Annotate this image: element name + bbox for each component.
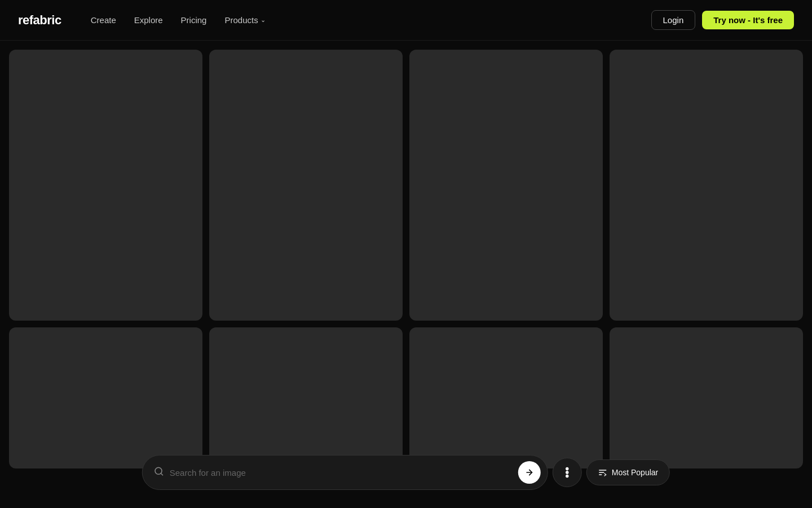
- nav-products[interactable]: Products ⌄: [218, 12, 272, 28]
- grid-item-8[interactable]: [610, 327, 803, 468]
- search-submit-button[interactable]: [518, 461, 541, 484]
- main-nav: Create Explore Pricing Products ⌄: [84, 12, 272, 28]
- header-left: refabric Create Explore Pricing Products…: [18, 12, 272, 28]
- nav-create[interactable]: Create: [84, 12, 123, 28]
- chevron-down-icon: ⌄: [261, 16, 266, 24]
- search-bar-container: Most Popular: [142, 455, 670, 490]
- grid-item-3[interactable]: [409, 50, 603, 321]
- login-button[interactable]: Login: [651, 10, 696, 30]
- header: refabric Create Explore Pricing Products…: [0, 0, 812, 41]
- grid-item-7[interactable]: [409, 327, 603, 468]
- try-now-button[interactable]: Try now - It's free: [702, 11, 794, 29]
- search-input[interactable]: [170, 468, 513, 478]
- sort-button[interactable]: Most Popular: [586, 459, 670, 485]
- search-icon: [154, 466, 164, 479]
- grid-item-1[interactable]: [9, 50, 202, 321]
- grid-item-4[interactable]: [610, 50, 803, 321]
- main-content: [0, 41, 812, 478]
- header-right: Login Try now - It's free: [651, 10, 794, 30]
- svg-line-1: [161, 473, 162, 475]
- filter-button[interactable]: [553, 458, 582, 487]
- search-bar: [142, 455, 548, 490]
- sort-label: Most Popular: [612, 468, 658, 477]
- nav-pricing[interactable]: Pricing: [174, 12, 214, 28]
- logo[interactable]: refabric: [18, 13, 61, 28]
- grid-item-6[interactable]: [209, 327, 403, 468]
- image-grid: [9, 50, 803, 468]
- nav-explore[interactable]: Explore: [127, 12, 170, 28]
- grid-item-2[interactable]: [209, 50, 403, 321]
- grid-item-5[interactable]: [9, 327, 202, 468]
- sort-icon: [598, 468, 607, 477]
